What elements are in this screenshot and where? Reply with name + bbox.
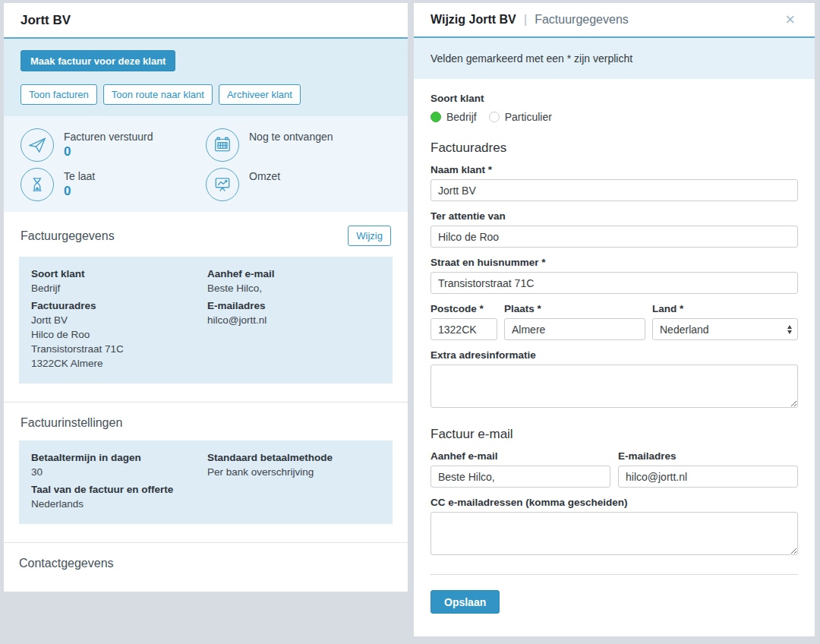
stat-label: Nog te ontvangen bbox=[249, 128, 333, 143]
field-label: Ter attentie van bbox=[430, 210, 798, 222]
field-label: Extra adresinformatie bbox=[430, 349, 798, 361]
field-naam-klant: Naam klant * bbox=[430, 164, 798, 201]
field-value: Beste Hilco, bbox=[207, 281, 380, 295]
secondary-actions-row: Toon facturen Toon route naar klant Arch… bbox=[20, 84, 391, 105]
required-fields-note: Velden gemarkeerd met een * zijn verplic… bbox=[414, 38, 815, 79]
ter-attentie-input[interactable] bbox=[430, 226, 798, 248]
plaats-input[interactable] bbox=[504, 318, 645, 340]
select-stepper-icon bbox=[787, 325, 792, 334]
field-land: Land * Nederland bbox=[652, 303, 798, 340]
customer-type-radios: Bedrijf Particulier bbox=[430, 111, 798, 123]
title-separator: | bbox=[524, 12, 527, 27]
customer-name: Jortt BV bbox=[20, 13, 71, 28]
field-value: 1322CK Almere bbox=[31, 356, 207, 371]
edit-form: Soort klant Bedrijf Particulier Factuura… bbox=[414, 79, 815, 636]
field-label: Betaaltermijn in dagen bbox=[31, 450, 207, 465]
address-heading: Factuuradres bbox=[430, 140, 798, 156]
stat-value: 0 bbox=[64, 184, 95, 199]
hourglass-icon bbox=[20, 168, 54, 201]
page: Jortt BV Maak factuur voor deze klant To… bbox=[0, 0, 820, 644]
emailadres-input[interactable] bbox=[618, 466, 798, 488]
section-title: Factuurinstellingen bbox=[20, 416, 122, 430]
radio-label: Particulier bbox=[505, 111, 552, 123]
radio-label: Bedrijf bbox=[446, 111, 477, 123]
paper-plane-icon bbox=[20, 128, 54, 162]
field-value: 30 bbox=[31, 465, 207, 479]
dialog-subtitle: Factuurgegevens bbox=[535, 13, 629, 27]
field-label: Naam klant * bbox=[430, 164, 798, 175]
section-title: Factuurgegevens bbox=[20, 229, 115, 243]
close-icon[interactable]: × bbox=[782, 10, 798, 30]
radio-selected-icon bbox=[430, 112, 441, 122]
field-value: Nederlands bbox=[31, 497, 207, 511]
stat-label: Omzet bbox=[249, 168, 280, 182]
field-label: Postcode * bbox=[430, 303, 497, 314]
chart-presentation-icon bbox=[206, 168, 239, 201]
aanhef-input[interactable] bbox=[430, 466, 610, 488]
customer-type-label: Soort klant bbox=[430, 93, 798, 104]
field-label: Aanhef e-mail bbox=[207, 267, 380, 281]
calendar-icon bbox=[206, 128, 239, 162]
customer-header: Jortt BV bbox=[4, 3, 408, 39]
invoice-details-box: Soort klant Bedrijf Factuuradres Jortt B… bbox=[19, 257, 393, 384]
invoice-settings-box: Betaaltermijn in dagen 30 Taal van de fa… bbox=[19, 440, 393, 524]
field-value: Jortt BV bbox=[31, 313, 207, 327]
field-label: Factuuradres bbox=[31, 298, 207, 313]
field-value: Per bank overschrijving bbox=[207, 465, 380, 479]
customer-panel: Jortt BV Maak factuur voor deze klant To… bbox=[4, 3, 408, 592]
field-label: Standaard betaalmethode bbox=[207, 450, 380, 465]
stat-overdue: Te laat 0 bbox=[20, 168, 206, 201]
radio-unselected-icon bbox=[489, 112, 500, 122]
stat-value: 0 bbox=[64, 144, 153, 159]
email-heading: Factuur e-mail bbox=[430, 427, 798, 442]
field-label: Aanhef e-mail bbox=[430, 450, 610, 462]
straat-input[interactable] bbox=[430, 272, 798, 294]
field-extra-adres: Extra adresinformatie bbox=[430, 349, 798, 411]
create-invoice-button[interactable]: Maak factuur voor deze klant bbox=[20, 50, 175, 71]
naam-klant-input[interactable] bbox=[430, 179, 798, 201]
field-value: Transistorstraat 71C bbox=[31, 342, 207, 356]
contact-section: Contactgegevens bbox=[4, 542, 408, 592]
radio-bedrijf[interactable]: Bedrijf bbox=[430, 111, 477, 123]
stat-to-receive: Nog te ontvangen bbox=[206, 128, 391, 162]
field-value: Bedrijf bbox=[31, 281, 207, 295]
field-value: Hilco de Roo bbox=[31, 327, 207, 342]
edit-dialog: Wijzig Jortt BV | Factuurgegevens × Veld… bbox=[414, 3, 815, 636]
field-label: E-mailadres bbox=[207, 298, 380, 313]
extra-adres-textarea[interactable] bbox=[430, 365, 798, 408]
show-route-button[interactable]: Toon route naar klant bbox=[103, 84, 213, 105]
field-label: CC e-mailadressen (komma gescheiden) bbox=[430, 497, 798, 508]
field-cc: CC e-mailadressen (komma gescheiden) bbox=[430, 497, 798, 558]
invoice-settings-section: Factuurinstellingen Betaaltermijn in dag… bbox=[4, 402, 408, 542]
dialog-title: Wijzig Jortt BV bbox=[430, 13, 516, 27]
field-label: Land * bbox=[652, 303, 798, 314]
stat-label: Facturen verstuurd bbox=[64, 128, 153, 143]
field-aanhef: Aanhef e-mail bbox=[430, 450, 610, 488]
postcode-plaats-land-row: Postcode * Plaats * Land * Nederland bbox=[430, 303, 798, 340]
edit-invoice-details-button[interactable]: Wijzig bbox=[348, 226, 391, 246]
land-select-value: Nederland bbox=[660, 324, 709, 336]
field-label: Straat en huisnummer * bbox=[430, 257, 798, 268]
aanhef-email-row: Aanhef e-mail E-mailadres bbox=[430, 450, 798, 488]
form-divider bbox=[430, 574, 798, 575]
show-invoices-button[interactable]: Toon facturen bbox=[20, 84, 97, 105]
field-straat: Straat en huisnummer * bbox=[430, 257, 798, 294]
field-emailadres: E-mailadres bbox=[618, 450, 798, 488]
customer-actions: Maak factuur voor deze klant Toon factur… bbox=[4, 39, 408, 116]
cc-textarea[interactable] bbox=[430, 512, 798, 555]
field-postcode: Postcode * bbox=[430, 303, 497, 340]
postcode-input[interactable] bbox=[430, 318, 497, 340]
save-button[interactable]: Opslaan bbox=[430, 590, 500, 614]
radio-particulier[interactable]: Particulier bbox=[489, 111, 552, 123]
customer-stats: Facturen verstuurd 0 bbox=[4, 116, 408, 212]
stat-label: Te laat bbox=[64, 168, 95, 182]
stat-invoices-sent: Facturen verstuurd 0 bbox=[20, 128, 206, 162]
stat-revenue: Omzet bbox=[206, 168, 391, 201]
field-label: E-mailadres bbox=[618, 450, 798, 462]
field-label: Plaats * bbox=[504, 303, 645, 314]
field-label: Taal van de factuur en offerte bbox=[31, 482, 207, 497]
land-select[interactable]: Nederland bbox=[652, 318, 798, 340]
archive-customer-button[interactable]: Archiveer klant bbox=[219, 84, 301, 105]
field-label: Soort klant bbox=[31, 267, 207, 281]
field-plaats: Plaats * bbox=[504, 303, 645, 340]
